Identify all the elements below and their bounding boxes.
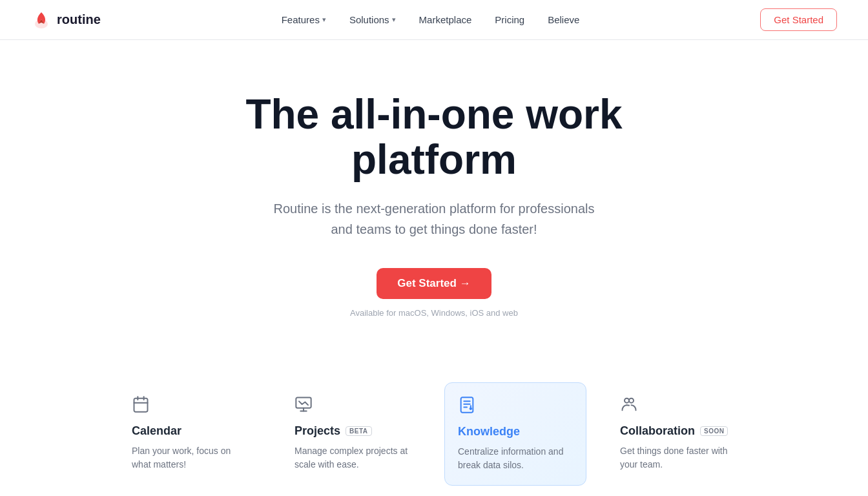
hero-section: The all-in-one work platform Routine is … xyxy=(0,40,868,356)
features-section: Calendar Plan your work, focus on what m… xyxy=(0,356,868,496)
svg-rect-1 xyxy=(134,398,148,411)
feature-title: Projects xyxy=(294,424,340,438)
feature-card-projects[interactable]: Projects BETA Manage complex projects at… xyxy=(282,382,424,484)
logo[interactable]: routine xyxy=(31,10,101,30)
feature-desc: Manage complex projects at scale with ea… xyxy=(294,444,411,471)
nav-get-started-button[interactable]: Get Started xyxy=(760,8,837,31)
nav-item-solutions[interactable]: Solutions ▾ xyxy=(340,9,405,30)
feature-title-row: Knowledge xyxy=(458,425,573,439)
hero-subtitle: Routine is the next-generation platform … xyxy=(274,198,595,240)
svg-point-15 xyxy=(629,398,634,402)
hero-title: The all-in-one work platform xyxy=(176,92,692,183)
feature-card-collaboration[interactable]: Collaboration SOON Get things done faste… xyxy=(607,382,749,484)
chevron-down-icon: ▾ xyxy=(322,16,326,24)
svg-rect-8 xyxy=(461,397,473,412)
feature-title-row: Projects BETA xyxy=(294,424,411,438)
nav-item-believe[interactable]: Believe xyxy=(539,9,588,30)
knowledge-icon xyxy=(458,396,573,418)
feature-badge-soon: SOON xyxy=(700,426,728,436)
feature-title: Knowledge xyxy=(458,425,520,439)
nav-item-features[interactable]: Features ▾ xyxy=(273,9,335,30)
feature-title-row: Calendar xyxy=(132,424,248,438)
nav-item-marketplace[interactable]: Marketplace xyxy=(410,9,481,30)
calendar-icon xyxy=(132,395,248,418)
logo-icon xyxy=(31,10,52,30)
feature-title-row: Collaboration SOON xyxy=(620,424,736,438)
feature-title: Calendar xyxy=(132,424,181,438)
feature-desc: Plan your work, focus on what matters! xyxy=(132,444,248,471)
feature-card-knowledge[interactable]: Knowledge Centralize information and bre… xyxy=(444,382,586,486)
feature-card-calendar[interactable]: Calendar Plan your work, focus on what m… xyxy=(119,382,261,484)
projects-icon xyxy=(294,395,411,418)
feature-title: Collaboration xyxy=(620,424,695,438)
chevron-down-icon: ▾ xyxy=(392,16,396,24)
feature-badge-beta: BETA xyxy=(346,426,371,436)
logo-text: routine xyxy=(57,12,101,27)
svg-point-14 xyxy=(625,398,629,402)
nav-links: Features ▾ Solutions ▾ Marketplace Prici… xyxy=(273,9,589,30)
hero-get-started-button[interactable]: Get Started → xyxy=(377,268,491,299)
feature-desc: Get things done faster with your team. xyxy=(620,444,736,471)
collaboration-icon xyxy=(620,395,736,418)
nav-item-pricing[interactable]: Pricing xyxy=(486,9,533,30)
navbar: routine Features ▾ Solutions ▾ Marketpla… xyxy=(0,0,868,40)
platforms-text: Available for macOS, Windows, iOS and we… xyxy=(350,308,518,318)
feature-desc: Centralize information and break data si… xyxy=(458,445,573,472)
